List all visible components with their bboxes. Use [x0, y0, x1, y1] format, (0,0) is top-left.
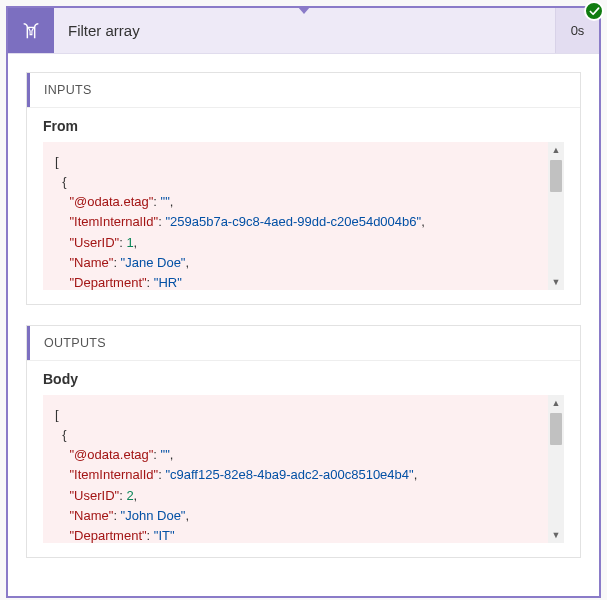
code-token: "": [161, 447, 170, 462]
code-token: {: [62, 427, 66, 442]
code-line: "Department": "HR": [55, 273, 546, 290]
inputs-section-label: From: [27, 107, 580, 142]
code-token: "@odata.etag": [69, 194, 153, 209]
code-token: "Jane Doe": [121, 255, 186, 270]
inputs-panel: INPUTS From [ { "@odata.etag": "", "Item…: [26, 72, 581, 305]
code-token: "259a5b7a-c9c8-4aed-99dd-c20e54d004b6": [165, 214, 421, 229]
code-line: "Department": "IT": [55, 526, 546, 543]
code-line: "Name": "Jane Doe",: [55, 253, 546, 273]
code-token: "": [161, 194, 170, 209]
code-token: "UserID": [69, 488, 119, 503]
code-token: 2: [126, 488, 133, 503]
outputs-code-wrap: [ { "@odata.etag": "", "ItemInternalId":…: [43, 395, 564, 543]
success-badge: [584, 1, 604, 21]
scroll-track[interactable]: [548, 411, 564, 527]
code-token: :: [147, 528, 154, 543]
code-token: "@odata.etag": [69, 447, 153, 462]
code-line: "ItemInternalId": "259a5b7a-c9c8-4aed-99…: [55, 212, 546, 232]
code-line: "Name": "John Doe",: [55, 506, 546, 526]
code-line: "@odata.etag": "",: [55, 192, 546, 212]
code-token: "UserID": [69, 235, 119, 250]
code-line: [: [55, 152, 546, 172]
code-token: :: [153, 194, 160, 209]
code-token: {: [62, 174, 66, 189]
code-token: "c9aff125-82e8-4ba9-adc2-a00c8510e4b4": [165, 467, 413, 482]
code-token: "Department": [69, 275, 146, 290]
code-line: "UserID": 2,: [55, 486, 546, 506]
code-token: "John Doe": [121, 508, 186, 523]
scroll-down-arrow-icon[interactable]: ▼: [548, 527, 564, 543]
code-line: "ItemInternalId": "c9aff125-82e8-4ba9-ad…: [55, 465, 546, 485]
code-token: ,: [170, 194, 174, 209]
inputs-label: INPUTS: [27, 73, 580, 107]
code-line: {: [55, 172, 546, 192]
code-token: "IT": [154, 528, 175, 543]
code-token: ,: [134, 488, 138, 503]
code-token: ,: [421, 214, 425, 229]
code-line: {: [55, 425, 546, 445]
code-token: ,: [170, 447, 174, 462]
outputs-label: OUTPUTS: [27, 326, 580, 360]
code-token: "HR": [154, 275, 182, 290]
code-token: :: [147, 275, 154, 290]
outputs-code-block[interactable]: [ { "@odata.etag": "", "ItemInternalId":…: [43, 395, 564, 543]
outputs-scrollbar[interactable]: ▲ ▼: [548, 395, 564, 543]
code-token: ,: [186, 255, 190, 270]
code-token: [: [55, 154, 59, 169]
card-body: INPUTS From [ { "@odata.etag": "", "Item…: [8, 54, 599, 596]
code-token: 1: [126, 235, 133, 250]
card-title: Filter array: [54, 8, 555, 53]
scroll-up-arrow-icon[interactable]: ▲: [548, 395, 564, 411]
outputs-panel: OUTPUTS Body [ { "@odata.etag": "", "Ite…: [26, 325, 581, 558]
code-token: [: [55, 407, 59, 422]
code-token: ,: [134, 235, 138, 250]
scroll-up-arrow-icon[interactable]: ▲: [548, 142, 564, 158]
code-token: :: [113, 508, 120, 523]
scroll-down-arrow-icon[interactable]: ▼: [548, 274, 564, 290]
action-type-icon-box: [8, 8, 54, 53]
inputs-code-block[interactable]: [ { "@odata.etag": "", "ItemInternalId":…: [43, 142, 564, 290]
code-token: :: [113, 255, 120, 270]
code-token: "Name": [69, 508, 113, 523]
code-token: "Department": [69, 528, 146, 543]
code-token: :: [153, 447, 160, 462]
filter-array-icon: [20, 20, 42, 42]
card-header[interactable]: Filter array 0s: [8, 8, 599, 54]
flow-connector-icon: [298, 7, 310, 14]
code-line: [: [55, 405, 546, 425]
outputs-section-label: Body: [27, 360, 580, 395]
code-line: "@odata.etag": "",: [55, 445, 546, 465]
inputs-scrollbar[interactable]: ▲ ▼: [548, 142, 564, 290]
check-icon: [589, 6, 600, 17]
code-line: "UserID": 1,: [55, 233, 546, 253]
code-token: "Name": [69, 255, 113, 270]
code-token: "ItemInternalId": [69, 467, 158, 482]
scroll-thumb[interactable]: [550, 413, 562, 445]
scroll-track[interactable]: [548, 158, 564, 274]
code-token: "ItemInternalId": [69, 214, 158, 229]
scroll-thumb[interactable]: [550, 160, 562, 192]
inputs-code-wrap: [ { "@odata.etag": "", "ItemInternalId":…: [43, 142, 564, 290]
code-token: ,: [414, 467, 418, 482]
action-card: Filter array 0s INPUTS From [ { "@odata.…: [6, 6, 601, 598]
code-token: ,: [186, 508, 190, 523]
